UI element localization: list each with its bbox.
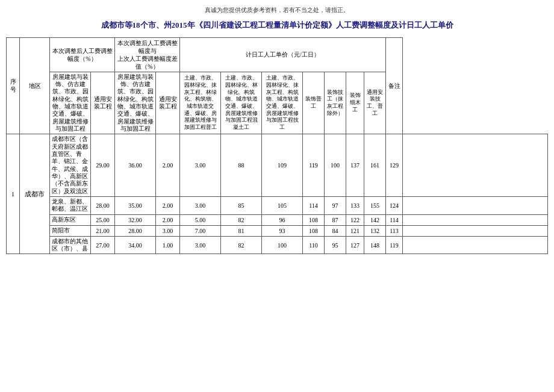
table-container: 序号 地区 本次调整后人工费调整幅度（%） 本次调整后人工费调整幅度与上次人工费… (6, 37, 548, 255)
adj1-b-cell: 36.00 (115, 134, 156, 197)
main-table: 序号 地区 本次调整后人工费调整幅度（%） 本次调整后人工费调整幅度与上次人工费… (6, 37, 548, 255)
header-note: 备注 (386, 37, 403, 134)
note-cell (403, 197, 548, 215)
table-row: 龙泉、新都、郫都、温江区28.0035.002.003.008510511497… (7, 197, 548, 215)
daily-col-2: 108 (303, 225, 325, 236)
daily-col-1: 96 (262, 214, 303, 225)
header-region: 地区 (20, 37, 50, 134)
adj2-a-cell: 2.00 (156, 214, 180, 225)
header-daily-sub-3: 土建、市政、园林绿化、抹灰工程、构筑物、城市轨道交通、爆破、房屋建筑维修与加固工… (262, 72, 303, 134)
adj2-b-cell: 3.00 (180, 197, 221, 215)
header-adj2-sub-b: 通用安装工程 (156, 72, 180, 134)
daily-col-6: 124 (386, 197, 403, 215)
table-body: 1成都市成都市区（含天府新区成都直管区、青羊、锦江、金牛、武候、成华）、高新区（… (7, 134, 548, 254)
daily-col-6: 119 (386, 236, 403, 254)
daily-col-3: 84 (325, 225, 346, 236)
daily-col-5: 148 (364, 236, 386, 254)
table-row: 1成都市成都市区（含天府新区成都直管区、青羊、锦江、金牛、武候、成华）、高新区（… (7, 134, 548, 197)
note-cell (403, 134, 548, 197)
adj1-b-cell: 34.00 (115, 236, 156, 254)
daily-col-1: 105 (262, 197, 303, 215)
note-cell (403, 214, 548, 225)
header-daily-sub-4: 装饰普工 (303, 72, 325, 134)
note-cell (403, 225, 548, 236)
main-title: 成都市等18个市、州2015年《四川省建设工程工程量清单计价定额》人工费调整幅度… (6, 19, 548, 31)
adj1-b-cell: 32.00 (115, 214, 156, 225)
region-main-cell: 成都市 (20, 134, 50, 254)
daily-col-6: 114 (386, 214, 403, 225)
daily-col-6: 113 (386, 225, 403, 236)
header-daily-sub-1: 土建、市政、园林绿化、抹灰工程、林绿化、构筑物、城市轨道交通、爆破、房屋建筑维修… (180, 72, 221, 134)
adj2-a-cell: 2.00 (156, 197, 180, 215)
daily-col-3: 97 (325, 197, 346, 215)
adj1-b-cell: 28.00 (115, 225, 156, 236)
adj2-a-cell: 2.00 (156, 134, 180, 197)
daily-col-4: 122 (346, 214, 364, 225)
table-row: 高新东区25.0032.002.005.00829610887122142114 (7, 214, 548, 225)
header-adj2-title: 本次调整后人工费调整幅度与上次人工费调整幅度差值（%） (115, 37, 180, 72)
daily-col-5: 142 (364, 214, 386, 225)
table-row: 成都市的其他区（市）、县27.0034.001.003.008210011095… (7, 236, 548, 254)
sub-region-cell: 高新东区 (50, 214, 91, 225)
daily-col-4: 121 (346, 225, 364, 236)
header-adj1-title: 本次调整后人工费调整幅度（%） (50, 37, 115, 72)
daily-col-3: 95 (325, 236, 346, 254)
adj2-a-cell: 3.00 (156, 225, 180, 236)
header-daily-title: 计日工人工单价（元/工日） (180, 37, 386, 72)
daily-col-4: 127 (346, 236, 364, 254)
adj1-a-cell: 25.00 (91, 214, 115, 225)
daily-col-1: 109 (262, 134, 303, 197)
adj1-b-cell: 35.00 (115, 197, 156, 215)
daily-col-3: 100 (325, 134, 346, 197)
sub-region-cell: 成都市的其他区（市）、县 (50, 236, 91, 254)
daily-col-3: 87 (325, 214, 346, 225)
daily-col-1: 93 (262, 225, 303, 236)
header-adj1-sub-b: 通用安装工程 (91, 72, 115, 134)
top-note: 真诚为您提供优质参考资料，若有不当之处，请指正。 (6, 6, 548, 14)
daily-col-1: 100 (262, 236, 303, 254)
daily-col-2: 114 (303, 197, 325, 215)
daily-col-2: 108 (303, 214, 325, 225)
adj1-a-cell: 27.00 (91, 236, 115, 254)
daily-col-5: 155 (364, 197, 386, 215)
note-cell (403, 236, 548, 254)
adj2-b-cell: 5.00 (180, 214, 221, 225)
adj2-a-cell: 1.00 (156, 236, 180, 254)
daily-col-0: 85 (221, 197, 262, 215)
daily-col-0: 82 (221, 214, 262, 225)
daily-col-4: 137 (346, 134, 364, 197)
header-adj1-sub-a: 房屋建筑与装饰、仿古建筑、市政、园林绿化、构筑物、城市轨道交通、爆破、房屋建筑维… (50, 72, 91, 134)
daily-col-5: 161 (364, 134, 386, 197)
header-daily-sub-7: 通用安装技工、普工 (364, 72, 386, 134)
daily-col-5: 132 (364, 225, 386, 236)
daily-col-2: 119 (303, 134, 325, 197)
header-adj2-sub-a: 房屋建筑与装饰、仿古建筑、市政、园林绿化、构筑物、城市轨道交通、爆破、房屋建筑维… (115, 72, 156, 134)
sub-region-cell: 简阳市 (50, 225, 91, 236)
table-row: 简阳市21.0028.003.007.00819310884121132113 (7, 225, 548, 236)
adj2-b-cell: 7.00 (180, 225, 221, 236)
daily-col-0: 88 (221, 134, 262, 197)
header-daily-sub-2: 土建、市政、园林绿化、林绿化、构筑物、城市轨道交通、爆破、房屋建筑维修与加固工程… (221, 72, 262, 134)
daily-col-0: 82 (221, 236, 262, 254)
header-daily-sub-5: 装饰技工（抹灰工程除外） (325, 72, 346, 134)
daily-col-4: 133 (346, 197, 364, 215)
page-container: 真诚为您提供优质参考资料，若有不当之处，请指正。 成都市等18个市、州2015年… (0, 0, 554, 392)
header-daily-sub-6: 装饰细木工 (346, 72, 364, 134)
adj1-a-cell: 29.00 (91, 134, 115, 197)
daily-col-2: 110 (303, 236, 325, 254)
seq-cell: 1 (7, 134, 20, 254)
header-seq: 序号 (7, 37, 20, 134)
sub-region-cell: 成都市区（含天府新区成都直管区、青羊、锦江、金牛、武候、成华）、高新区（不含高新… (50, 134, 91, 197)
adj2-b-cell: 3.00 (180, 236, 221, 254)
adj2-b-cell: 3.00 (180, 134, 221, 197)
adj1-a-cell: 28.00 (91, 197, 115, 215)
adj1-a-cell: 21.00 (91, 225, 115, 236)
sub-region-cell: 龙泉、新都、郫都、温江区 (50, 197, 91, 215)
daily-col-0: 81 (221, 225, 262, 236)
daily-col-6: 129 (386, 134, 403, 197)
